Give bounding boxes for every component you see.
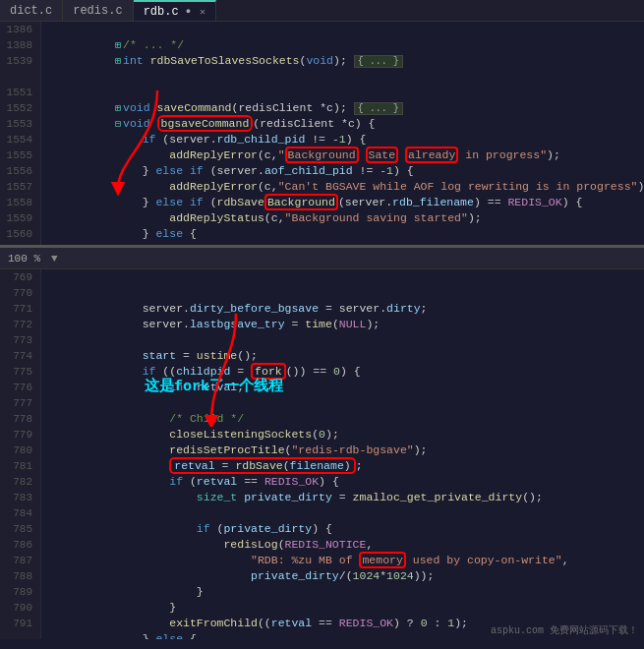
code-line-784: if (private_dirty) { — [47, 505, 644, 521]
editor-root: dict.c redis.c rdb.c ● ✕ 1386 1388 1539 … — [0, 0, 644, 639]
code-line-1386: ⊞/* ... */ — [47, 22, 644, 37]
zoom-label: 100 % — [8, 253, 40, 265]
code-line-774: if ((childpid = fork()) == 0) { 这是fork了一… — [47, 348, 644, 364]
code-line-769 — [47, 269, 644, 285]
code-bottom-section: 769 770 771 772 773 774 775 776 777 778 … — [0, 269, 644, 639]
code-line-773: start = ustime(); — [47, 332, 644, 348]
line-numbers-top: 1386 1388 1539 1551 1552 1553 1554 1555 … — [0, 22, 41, 245]
rdbsave-highlight: retval = rdbSave(filename) — [169, 457, 355, 474]
tab-label-rdb: rdb.c — [144, 5, 179, 19]
code-lines-top: ⊞/* ... */ ⊞int rdbSaveToSlavesSockets(v… — [41, 22, 644, 245]
highlight-bgsave: bgsaveCommand — [157, 115, 254, 132]
watermark-label: 免费网站源码下载！ — [550, 625, 638, 636]
tab-label-redis: redis.c — [73, 4, 122, 18]
tab-rdb[interactable]: rdb.c ● ✕ — [134, 0, 216, 21]
tab-redis[interactable]: redis.c — [63, 0, 133, 21]
watermark-domain: aspku.com — [491, 625, 544, 636]
divider-bar: 100 % ▼ — [0, 248, 644, 269]
code-line-1552: ⊟void bgsaveCommand(redisClient *c) { — [47, 100, 644, 116]
code-line-1551: ⊞void saveCommand(redisClient *c); { ...… — [47, 85, 644, 100]
code-line-blank — [47, 69, 644, 85]
line-numbers-bottom: 769 770 771 772 773 774 775 776 777 778 … — [0, 269, 41, 639]
code-line-770: server.dirty_before_bgsave = server.dirt… — [47, 285, 644, 301]
tab-label-dict: dict.c — [10, 4, 52, 18]
fork-annotation: 这是fork了一个线程 — [145, 379, 283, 395]
tab-bar: dict.c redis.c rdb.c ● ✕ — [0, 0, 644, 22]
code-line-777: /* Child */ — [47, 395, 644, 411]
code-lines-bottom: server.dirty_before_bgsave = server.dirt… — [41, 269, 644, 639]
zoom-control: 100 % ▼ — [8, 253, 58, 265]
code-top-section: 1386 1388 1539 1551 1552 1553 1554 1555 … — [0, 22, 644, 248]
tab-close-rdb[interactable]: ✕ — [200, 6, 205, 18]
watermark: aspku.com 免费网站源码下载！ — [491, 623, 638, 637]
tab-dict[interactable]: dict.c — [0, 0, 63, 21]
tab-modified-icon: ● — [186, 7, 191, 17]
